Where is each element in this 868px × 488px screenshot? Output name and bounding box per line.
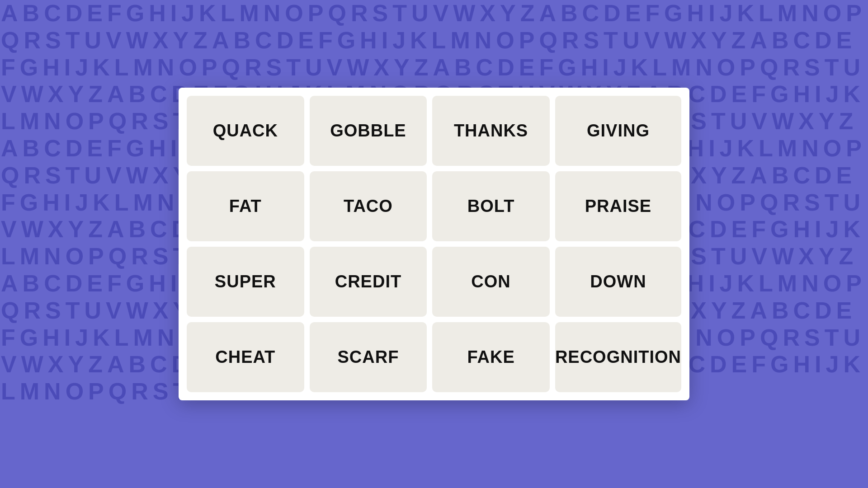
- bg-letter: M: [449, 27, 473, 54]
- bg-letter: Z: [87, 216, 106, 243]
- bg-letter: O: [65, 378, 87, 405]
- bg-letter: X: [797, 243, 818, 270]
- bg-letter: Z: [731, 162, 750, 189]
- bg-letter: G: [336, 27, 359, 54]
- word-label-super: SUPER: [215, 272, 276, 291]
- bg-letter: Q: [327, 0, 349, 27]
- bg-letter: E: [86, 0, 106, 27]
- bg-letter: K: [842, 216, 864, 243]
- bg-letter: P: [307, 0, 327, 27]
- word-card-fat[interactable]: FAT: [187, 171, 304, 241]
- bg-letter: C: [687, 351, 709, 378]
- word-label-bolt: BOLT: [467, 197, 515, 216]
- bg-letter: S: [690, 108, 710, 135]
- bg-letter: P: [201, 54, 221, 81]
- bg-letter: X: [690, 162, 710, 189]
- bg-letter: N: [156, 324, 178, 352]
- bg-letter: S: [803, 324, 824, 352]
- bg-letter: Y: [67, 216, 87, 243]
- bg-letter: F: [538, 54, 557, 81]
- word-card-thanks[interactable]: THANKS: [432, 96, 550, 166]
- bg-letter: G: [125, 270, 148, 297]
- bg-letter: H: [792, 216, 814, 243]
- word-label-cheat: CHEAT: [215, 347, 275, 367]
- bg-letter: T: [65, 297, 84, 324]
- bg-letter: O: [495, 27, 518, 54]
- bg-letter: N: [801, 135, 822, 162]
- bg-letter: H: [148, 270, 170, 297]
- bg-letter: N: [801, 0, 822, 27]
- bg-letter: I: [63, 54, 74, 81]
- bg-letter: H: [792, 351, 814, 378]
- bg-letter: N: [801, 270, 822, 297]
- bg-letter: C: [149, 81, 171, 108]
- word-grid-container: QUACKGOBBLETHANKSGIVINGFATTACOBOLTPRAISE…: [179, 88, 689, 400]
- word-card-bolt[interactable]: BOLT: [432, 171, 550, 241]
- word-label-giving: GIVING: [587, 121, 650, 141]
- bg-letter: U: [83, 162, 105, 189]
- bg-letter: P: [87, 378, 108, 405]
- bg-letter: O: [716, 189, 739, 216]
- bg-letter: F: [750, 351, 769, 378]
- bg-letter: N: [156, 54, 178, 81]
- bg-letter: J: [719, 0, 736, 27]
- bg-letter: Y: [710, 27, 731, 54]
- bg-letter: P: [87, 243, 108, 270]
- bg-letter: V: [0, 351, 20, 378]
- bg-letter: N: [43, 108, 65, 135]
- word-card-con[interactable]: CON: [432, 247, 550, 317]
- bg-letter: J: [719, 270, 736, 297]
- bg-letter: V: [750, 243, 771, 270]
- bg-letter: W: [771, 108, 797, 135]
- bg-letter: F: [0, 189, 19, 216]
- bg-letter: M: [132, 54, 156, 81]
- word-card-fake[interactable]: FAKE: [432, 322, 550, 392]
- bg-letter: R: [23, 162, 44, 189]
- bg-letter: R: [350, 0, 372, 27]
- bg-letter: H: [359, 27, 381, 54]
- word-label-con: CON: [471, 272, 510, 291]
- bg-letter: P: [739, 54, 759, 81]
- bg-letter: K: [736, 270, 758, 297]
- bg-letter: N: [694, 189, 716, 216]
- bg-letter: H: [148, 135, 170, 162]
- bg-letter: T: [824, 324, 843, 352]
- word-card-credit[interactable]: CREDIT: [310, 247, 427, 317]
- word-label-taco: TACO: [344, 197, 393, 216]
- bg-letter: C: [43, 270, 65, 297]
- word-label-credit: CREDIT: [335, 272, 401, 291]
- word-card-praise[interactable]: PRAISE: [555, 171, 681, 241]
- bg-letter: O: [65, 108, 87, 135]
- bg-letter: K: [409, 27, 431, 54]
- bg-letter: I: [63, 189, 74, 216]
- word-card-quack[interactable]: QUACK: [187, 96, 304, 166]
- bg-letter: V: [0, 216, 20, 243]
- bg-letter: M: [19, 108, 43, 135]
- word-card-giving[interactable]: GIVING: [555, 96, 681, 166]
- bg-letter: R: [23, 27, 44, 54]
- bg-letter: V: [105, 162, 125, 189]
- word-card-down[interactable]: DOWN: [555, 247, 681, 317]
- bg-letter: U: [842, 324, 864, 352]
- word-label-fake: FAKE: [467, 347, 514, 367]
- bg-letter: O: [716, 54, 739, 81]
- bg-letter: H: [42, 189, 63, 216]
- word-card-gobble[interactable]: GOBBLE: [310, 96, 427, 166]
- bg-letter: D: [496, 54, 518, 81]
- bg-letter: X: [47, 81, 67, 108]
- word-card-recognition[interactable]: RECOGNITION: [555, 322, 681, 392]
- word-card-cheat[interactable]: CHEAT: [187, 322, 304, 392]
- word-card-super[interactable]: SUPER: [187, 247, 304, 317]
- bg-letter: S: [152, 108, 172, 135]
- bg-letter: F: [0, 324, 19, 352]
- bg-letter: O: [178, 54, 200, 81]
- bg-letter: J: [74, 54, 92, 81]
- bg-letter: C: [792, 162, 814, 189]
- word-card-taco[interactable]: TACO: [310, 171, 427, 241]
- word-card-scarf[interactable]: SCARF: [310, 322, 427, 392]
- bg-letter: R: [782, 54, 803, 81]
- bg-letter: Y: [818, 108, 838, 135]
- bg-letter: N: [263, 0, 284, 27]
- bg-letter: M: [777, 270, 801, 297]
- bg-letter: W: [125, 162, 152, 189]
